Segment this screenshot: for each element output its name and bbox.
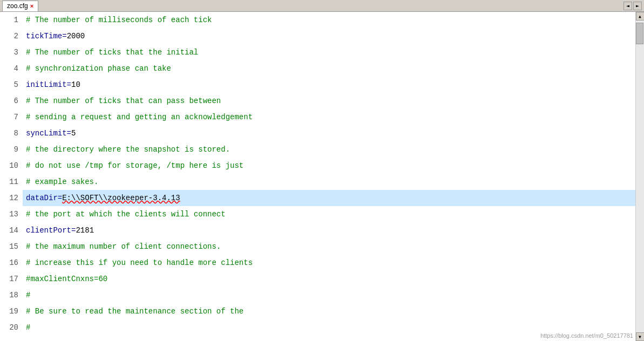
watermark: https://blog.csdn.net/m0_50217781 xyxy=(540,332,633,339)
comment-text: # The number of ticks that the initial xyxy=(26,48,198,57)
code-line: # The number of milliseconds of each tic… xyxy=(23,12,635,28)
line-number: 8 xyxy=(0,125,23,141)
line-number: 5 xyxy=(0,77,23,93)
code-line: # do not use /tmp for storage, /tmp here… xyxy=(23,158,635,174)
comment-text: # The number of ticks that can pass betw… xyxy=(26,97,221,105)
code-lines: # The number of milliseconds of each tic… xyxy=(23,12,635,336)
code-line: # the directory where the snapshot is st… xyxy=(23,141,635,158)
code-line: #maxClientCnxns=60 xyxy=(23,271,635,287)
comment-text: # synchronization phase can take xyxy=(26,64,171,73)
line-number: 2 xyxy=(0,28,23,44)
main-window: zoo.cfg × ◄ ► 12345678910111213141516171… xyxy=(0,0,644,341)
line-number: 9 xyxy=(0,141,23,158)
vertical-scrollbar[interactable]: ▲ ▼ xyxy=(635,12,644,341)
line-number: 13 xyxy=(0,206,23,222)
config-key: initLimit= xyxy=(26,80,71,89)
code-line: # The number of ticks that the initial xyxy=(23,44,635,60)
line-number: 18 xyxy=(0,287,23,303)
comment-text: # The number of milliseconds of each tic… xyxy=(26,16,212,24)
config-value: 2181 xyxy=(76,226,94,235)
line-number: 20 xyxy=(0,319,23,336)
config-key: tickTime= xyxy=(26,32,67,40)
code-line: # The number of ticks that can pass betw… xyxy=(23,93,635,109)
line-number: 19 xyxy=(0,303,23,319)
config-value: E:\\SOFT\\zookeeper-3.4.13 xyxy=(62,194,180,202)
code-line: # sending a request and getting an ackno… xyxy=(23,109,635,125)
line-number: 7 xyxy=(0,109,23,125)
prev-arrow[interactable]: ◄ xyxy=(623,2,632,10)
editor-area: 1234567891011121314151617181920 # The nu… xyxy=(0,12,644,341)
comment-text: # example sakes. xyxy=(26,178,98,186)
comment-text: #maxClientCnxns=60 xyxy=(26,275,107,283)
comment-text: # the directory where the snapshot is st… xyxy=(26,145,230,154)
scroll-track[interactable] xyxy=(636,21,644,332)
config-key: clientPort= xyxy=(26,226,76,235)
config-value: 10 xyxy=(71,80,80,89)
code-line: # the port at which the clients will con… xyxy=(23,206,635,222)
code-line: # xyxy=(23,287,635,303)
comment-text: # xyxy=(26,323,30,332)
config-value: 5 xyxy=(71,129,76,138)
next-arrow[interactable]: ► xyxy=(633,2,642,10)
comment-text: # Be sure to read the maintenance sectio… xyxy=(26,307,243,316)
line-number: 11 xyxy=(0,174,23,190)
code-line: # synchronization phase can take xyxy=(23,60,635,77)
comment-text: # the port at which the clients will con… xyxy=(26,210,226,219)
line-number: 12 xyxy=(0,190,23,206)
line-number: 17 xyxy=(0,271,23,287)
code-line: # the maximum number of client connectio… xyxy=(23,238,635,255)
config-key: syncLimit= xyxy=(26,129,71,138)
comment-text: # sending a request and getting an ackno… xyxy=(26,113,253,121)
comment-text: # increase this if you need to handle mo… xyxy=(26,258,253,267)
close-tab-icon[interactable]: × xyxy=(30,3,33,9)
line-number: 10 xyxy=(0,158,23,174)
scroll-thumb[interactable] xyxy=(636,23,643,44)
line-number: 14 xyxy=(0,222,23,238)
config-key: dataDir= xyxy=(26,194,62,202)
code-line: dataDir=E:\\SOFT\\zookeeper-3.4.13 xyxy=(23,190,635,206)
code-line: initLimit=10 xyxy=(23,77,635,93)
line-number: 16 xyxy=(0,255,23,271)
comment-text: # the maximum number of client connectio… xyxy=(26,242,221,251)
title-bar: zoo.cfg × ◄ ► xyxy=(0,0,644,12)
line-number: 6 xyxy=(0,93,23,109)
code-line: tickTime=2000 xyxy=(23,28,635,44)
file-tab[interactable]: zoo.cfg × xyxy=(2,1,38,11)
comment-text: # do not use /tmp for storage, /tmp here… xyxy=(26,161,243,170)
code-line: syncLimit=5 xyxy=(23,125,635,141)
nav-arrows: ◄ ► xyxy=(623,2,642,10)
code-line: clientPort=2181 xyxy=(23,222,635,238)
line-number: 4 xyxy=(0,60,23,77)
code-line: # increase this if you need to handle mo… xyxy=(23,255,635,271)
code-line: # example sakes. xyxy=(23,174,635,190)
line-number: 15 xyxy=(0,238,23,255)
code-area[interactable]: # The number of milliseconds of each tic… xyxy=(23,12,635,341)
line-numbers: 1234567891011121314151617181920 xyxy=(0,12,23,341)
line-number: 1 xyxy=(0,12,23,28)
file-tab-label: zoo.cfg xyxy=(7,2,28,10)
comment-text: # xyxy=(26,291,30,299)
scroll-up-button[interactable]: ▲ xyxy=(636,12,645,21)
config-value: 2000 xyxy=(67,32,85,40)
scroll-down-button[interactable]: ▼ xyxy=(636,332,645,341)
line-number: 3 xyxy=(0,44,23,60)
code-line: # Be sure to read the maintenance sectio… xyxy=(23,303,635,319)
